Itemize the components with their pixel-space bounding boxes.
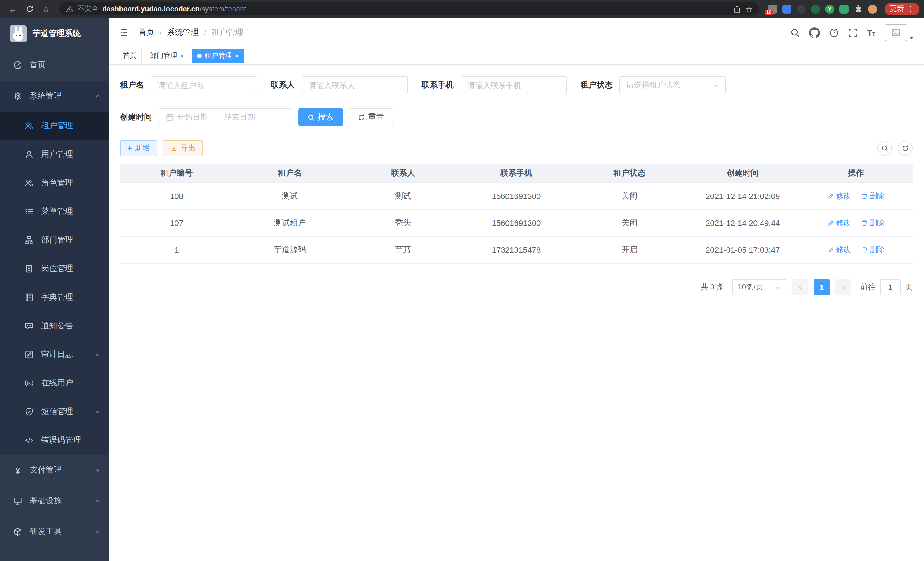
tab-dept[interactable]: 部门管理 × <box>145 48 189 63</box>
extensions-puzzle-icon[interactable] <box>854 4 863 14</box>
roles-icon <box>24 178 34 188</box>
org-tree-icon <box>24 236 34 245</box>
sidebar-item-user[interactable]: 用户管理 <box>0 140 109 169</box>
breadcrumb-system[interactable]: 系统管理 <box>167 27 199 38</box>
avatar[interactable] <box>885 24 908 41</box>
add-button[interactable]: + 新增 <box>120 140 157 156</box>
sidebar-item-infrastructure[interactable]: 基础设施 <box>0 486 109 516</box>
sidebar-item-label: 部门管理 <box>41 235 73 245</box>
field-label: 租户名 <box>120 80 144 90</box>
close-icon[interactable]: × <box>235 52 239 60</box>
extension-icon-4[interactable] <box>811 4 820 14</box>
share-icon[interactable] <box>734 5 741 13</box>
page-content: 租户名 联系人 联系手机 <box>109 65 924 561</box>
sidebar-item-role[interactable]: 角色管理 <box>0 169 109 197</box>
post-badge-icon <box>24 264 34 273</box>
delete-link[interactable]: 删除 <box>861 245 885 255</box>
sidebar-fold-icon[interactable] <box>119 27 129 38</box>
sidebar-item-devtools[interactable]: 研发工具 <box>0 516 109 547</box>
tab-home[interactable]: 首页 <box>118 48 142 63</box>
contact-input[interactable] <box>309 81 401 89</box>
status-select[interactable]: 请选择租户状态 <box>620 76 726 94</box>
tenant-name-input[interactable] <box>158 81 250 89</box>
goto-page-input[interactable] <box>880 279 901 295</box>
user-avatar-menu[interactable] <box>885 24 914 41</box>
font-size-icon[interactable]: TT <box>867 28 875 37</box>
help-icon[interactable] <box>830 28 839 38</box>
browser-profile-avatar[interactable] <box>868 4 877 14</box>
close-icon[interactable]: × <box>180 52 184 60</box>
sidebar-item-post[interactable]: 岗位管理 <box>0 254 109 283</box>
logo-rabbit-image <box>10 25 27 42</box>
sidebar-item-dept[interactable]: 部门管理 <box>0 226 109 254</box>
extension-icon-5[interactable]: Y <box>825 4 834 14</box>
prev-page-button[interactable] <box>792 279 808 295</box>
sidebar-item-label: 短信管理 <box>41 407 73 417</box>
breadcrumb-home[interactable]: 首页 <box>138 27 154 38</box>
browser-menu-icon: ⋮ <box>907 5 914 13</box>
reset-button[interactable]: 重置 <box>349 108 393 126</box>
refresh-table-button[interactable] <box>898 141 913 156</box>
date-separator: - <box>212 113 221 122</box>
github-icon[interactable] <box>809 27 820 38</box>
goto-label: 前往 <box>861 282 875 292</box>
extension-icon-2[interactable] <box>782 4 791 14</box>
field-label: 租户状态 <box>580 80 613 90</box>
sidebar-item-tenant[interactable]: 租户管理 <box>0 111 109 140</box>
date-range-picker[interactable]: 开始日期 - 结束日期 <box>159 108 291 126</box>
browser-update-button[interactable]: 更新 ⋮ <box>885 3 920 15</box>
chevron-down-icon <box>774 284 781 290</box>
sidebar-item-audit-log[interactable]: 审计日志 <box>0 340 109 369</box>
extension-icon-1[interactable]: 10 <box>768 4 777 14</box>
sidebar-item-payment[interactable]: ¥ 支付管理 <box>0 455 109 486</box>
sidebar-item-label: 岗位管理 <box>41 264 73 274</box>
app-logo[interactable]: 芋道管理系统 <box>0 18 109 50</box>
extension-icon-6[interactable] <box>839 4 849 14</box>
browser-back-button[interactable]: ← <box>6 2 20 15</box>
extension-icon-3[interactable] <box>796 4 806 14</box>
sidebar-item-error-code[interactable]: 错误码管理 <box>0 426 109 455</box>
refresh-icon <box>902 144 909 152</box>
browser-home-button[interactable]: ⌂ <box>39 2 52 15</box>
delete-link[interactable]: 删除 <box>861 191 885 201</box>
edit-link[interactable]: 修改 <box>827 191 851 201</box>
menu-list-icon <box>24 207 34 216</box>
sidebar-item-notice[interactable]: 通知公告 <box>0 312 109 340</box>
sidebar-item-label: 系统管理 <box>30 91 62 101</box>
sidebar-item-label: 通知公告 <box>41 321 73 331</box>
tab-tenant[interactable]: 租户管理 × <box>192 48 244 63</box>
trash-icon <box>861 193 868 200</box>
address-bar[interactable]: 不安全 dashboard.yudao.iocoder.cn/system/te… <box>59 2 759 15</box>
app-header: 首页 / 系统管理 / 租户管理 <box>109 18 924 47</box>
refresh-icon <box>358 114 365 121</box>
cell-contact: 测试 <box>346 183 460 210</box>
phone-input[interactable] <box>467 81 560 89</box>
next-page-button[interactable] <box>836 279 851 295</box>
edit-link[interactable]: 修改 <box>827 245 851 255</box>
bookmark-star-icon[interactable]: ☆ <box>746 5 753 13</box>
sidebar-item-menu[interactable]: 菜单管理 <box>0 197 109 226</box>
search-button[interactable]: 搜索 <box>298 108 343 126</box>
export-button[interactable]: 导出 <box>163 140 203 156</box>
sidebar-item-dict[interactable]: 字典管理 <box>0 283 109 312</box>
cell-status: 关闭 <box>573 183 686 210</box>
delete-link[interactable]: 删除 <box>861 218 885 228</box>
sidebar-item-label: 字典管理 <box>41 292 73 302</box>
filter-row-1: 租户名 联系人 联系手机 <box>120 76 913 94</box>
main-area: 首页 / 系统管理 / 租户管理 <box>109 18 924 561</box>
search-icon[interactable] <box>790 28 800 38</box>
sidebar-item-online-users[interactable]: 在线用户 <box>0 369 109 397</box>
breadcrumb-current: 租户管理 <box>212 27 243 38</box>
chevron-left-icon <box>797 284 802 290</box>
fullscreen-icon[interactable] <box>848 28 858 38</box>
sidebar-item-home[interactable]: 首页 <box>0 50 109 81</box>
app-frame: 芋道管理系统 首页 系统管理 <box>0 18 924 561</box>
browser-refresh-button[interactable] <box>23 2 36 15</box>
sidebar-item-system[interactable]: 系统管理 <box>0 81 109 111</box>
page-size-select[interactable]: 10条/页 <box>732 279 786 295</box>
sidebar-item-sms[interactable]: 短信管理 <box>0 397 109 426</box>
edit-link[interactable]: 修改 <box>827 218 851 228</box>
toggle-search-button[interactable] <box>877 141 892 156</box>
page-suffix: 页 <box>905 282 913 292</box>
page-number-current[interactable]: 1 <box>814 279 830 295</box>
